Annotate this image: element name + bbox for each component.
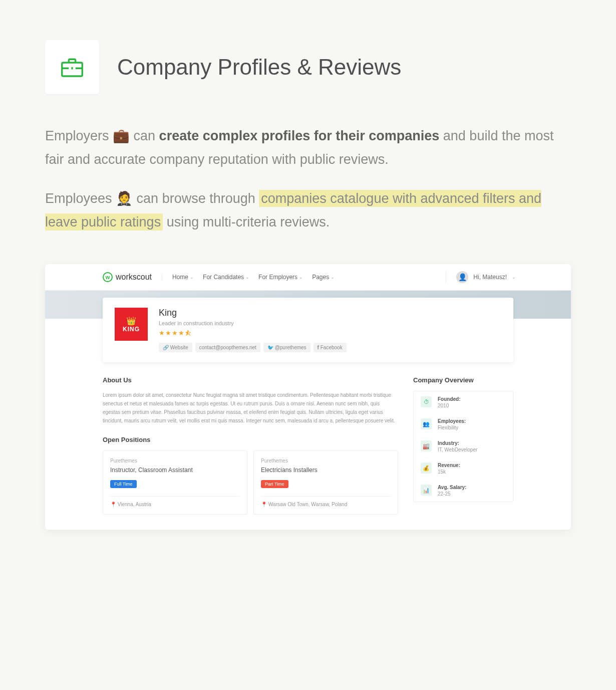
overview-item: 🏭 Industry:IT, WebDeveloper — [414, 435, 513, 457]
overview-item: ⏱ Founded:2010 — [414, 391, 513, 413]
page-title: Company Profiles & Reviews — [117, 55, 401, 80]
company-logo: 👑 KING — [115, 308, 148, 341]
star-rating: ★★★★⯪ — [159, 329, 501, 337]
paragraph-employers: Employers 💼 can create complex profiles … — [45, 124, 571, 172]
ws-body: About Us Lorem ipsum dolor sit amet, con… — [103, 376, 513, 515]
company-info: King Leader in construction industry ★★★… — [159, 308, 501, 352]
briefcase-icon — [59, 54, 86, 81]
company-badges: 🔗 Website contact@poopthemes.net 🐦 @pure… — [159, 343, 501, 352]
badge-email[interactable]: contact@poopthemes.net — [195, 343, 260, 352]
paragraph-employees: Employees 🤵 can browse through companies… — [45, 187, 571, 235]
overview-label: Revenue: — [438, 463, 460, 468]
position-title: Instructor, Classroom Assistant — [110, 467, 240, 474]
ws-logo[interactable]: w workscout — [103, 272, 152, 282]
overview-label: Employees: — [438, 418, 466, 424]
overview-value: 2010 — [438, 403, 461, 408]
overview-item: 📊 Avg. Salary:22-25 — [414, 480, 513, 502]
about-text: Lorem ipsum dolor sit amet, consectetur … — [103, 391, 398, 425]
overview-value: 15k — [438, 469, 460, 475]
position-card[interactable]: Purethemes Electricians Installers Part … — [253, 450, 398, 515]
positions-list: Purethemes Instructor, Classroom Assista… — [103, 450, 398, 515]
person-emoji: 🤵 — [116, 191, 133, 206]
ws-main: 👑 KING King Leader in construction indus… — [45, 298, 571, 530]
position-company: Purethemes — [110, 458, 240, 464]
company-name: King — [159, 308, 501, 318]
positions-title: Open Positions — [103, 436, 398, 443]
overview-item: 👥 Employees:Flexibility — [414, 413, 513, 435]
overview-value: 22-25 — [438, 491, 466, 497]
user-menu[interactable]: 👤 Hi, Mateusz! ⌄ — [446, 271, 516, 283]
briefcase-emoji: 💼 — [113, 128, 130, 143]
position-location: 📍 Warsaw Old Town, Warsaw, Poland — [261, 496, 391, 507]
chart-icon: 📊 — [421, 485, 432, 496]
overview-title: Company Overview — [413, 376, 513, 384]
overview-value: IT, WebDeveloper — [438, 447, 477, 452]
industry-icon: 🏭 — [421, 440, 432, 451]
overview-label: Avg. Salary: — [438, 485, 466, 490]
position-location: 📍 Vienna, Austria — [110, 496, 240, 507]
ws-header: w workscout Home ⌄ For Candidates ⌄ For … — [45, 264, 571, 291]
overview-label: Industry: — [438, 440, 477, 446]
screenshot-preview: w workscout Home ⌄ For Candidates ⌄ For … — [45, 264, 571, 530]
nav-pages[interactable]: Pages ⌄ — [312, 274, 335, 281]
ws-logo-text: workscout — [116, 273, 152, 282]
position-type-badge: Full Time — [110, 480, 137, 488]
company-card: 👑 KING King Leader in construction indus… — [103, 298, 513, 362]
crown-icon: 👑 — [126, 316, 137, 326]
badge-facebook[interactable]: f Facebook — [314, 343, 347, 352]
nav-candidates[interactable]: For Candidates ⌄ — [203, 274, 249, 281]
user-greeting: Hi, Mateusz! — [473, 274, 507, 281]
position-card[interactable]: Purethemes Instructor, Classroom Assista… — [103, 450, 247, 515]
right-column: Company Overview ⏱ Founded:2010 👥 Employ… — [413, 376, 513, 515]
nav-home[interactable]: Home ⌄ — [172, 274, 194, 281]
avatar-icon: 👤 — [456, 271, 468, 283]
clock-icon: ⏱ — [421, 396, 432, 407]
chevron-down-icon: ⌄ — [299, 275, 303, 280]
ws-logo-icon: w — [103, 272, 113, 282]
people-icon: 👥 — [421, 418, 432, 429]
overview-box: ⏱ Founded:2010 👥 Employees:Flexibility 🏭… — [413, 391, 513, 502]
badge-twitter[interactable]: 🐦 @purethemes — [263, 343, 311, 352]
overview-item: 💰 Revenue:15k — [414, 457, 513, 480]
company-tagline: Leader in construction industry — [159, 320, 501, 326]
overview-label: Founded: — [438, 396, 461, 402]
left-column: About Us Lorem ipsum dolor sit amet, con… — [103, 376, 398, 515]
nav-employers[interactable]: For Employers ⌄ — [258, 274, 303, 281]
money-icon: 💰 — [421, 463, 432, 474]
overview-value: Flexibility — [438, 425, 466, 430]
position-type-badge: Part Time — [261, 480, 288, 488]
chevron-down-icon: ⌄ — [331, 275, 335, 280]
page-header: Company Profiles & Reviews — [45, 40, 571, 94]
chevron-down-icon: ⌄ — [512, 275, 516, 280]
position-company: Purethemes — [261, 458, 391, 464]
chevron-down-icon: ⌄ — [190, 275, 194, 280]
badge-website[interactable]: 🔗 Website — [159, 343, 192, 352]
ws-nav: Home ⌄ For Candidates ⌄ For Employers ⌄ … — [162, 274, 335, 281]
briefcase-icon-box — [45, 40, 99, 94]
about-title: About Us — [103, 376, 398, 384]
position-title: Electricians Installers — [261, 467, 391, 474]
emphasized-text: create complex profiles for their compan… — [159, 128, 440, 143]
chevron-down-icon: ⌄ — [245, 275, 249, 280]
